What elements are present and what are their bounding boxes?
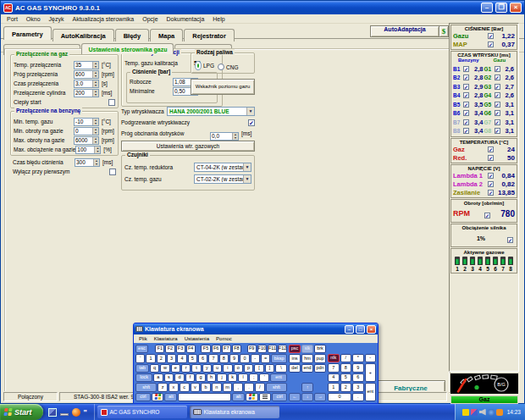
key-7[interactable]: 7: [208, 354, 218, 362]
checkbox[interactable]: ✓: [488, 33, 494, 39]
key-alt[interactable]: alt: [232, 393, 245, 401]
dropdown-arrow-icon[interactable]: ▼: [246, 108, 254, 115]
key-F10[interactable]: F10: [257, 345, 267, 353]
key-x[interactable]: x: [169, 383, 179, 391]
key-1[interactable]: 1: [146, 354, 155, 362]
key-m[interactable]: m: [223, 383, 233, 391]
key-psc[interactable]: psc: [289, 345, 301, 353]
radio-option-cng[interactable]: CNG: [218, 64, 238, 70]
key-i[interactable]: i: [223, 364, 232, 373]
key-nlk[interactable]: nlk: [328, 354, 340, 362]
key--[interactable]: -: [365, 354, 377, 362]
keyboard-minimize-button[interactable]: –: [345, 325, 354, 334]
key-/[interactable]: /: [340, 354, 352, 362]
key-z[interactable]: z: [158, 383, 168, 391]
key-ins[interactable]: ins: [289, 354, 301, 362]
spinner-buttons[interactable]: ▲▼: [93, 159, 99, 166]
tab-3[interactable]: Błędy: [115, 29, 149, 41]
checkbox[interactable]: ✓: [488, 146, 494, 152]
checkbox[interactable]: ✓: [488, 181, 494, 187]
kb-menu-item[interactable]: Pomoc: [213, 336, 235, 341]
spinner-buttons[interactable]: ▲▼: [92, 90, 98, 97]
key-bksp[interactable]: bksp: [271, 354, 287, 362]
checkbox[interactable]: ✓: [488, 41, 494, 47]
key-t[interactable]: t: [191, 364, 201, 373]
spin-down-icon[interactable]: ▼: [93, 93, 98, 97]
quick-launch-display-icon[interactable]: [48, 408, 57, 417]
key-6[interactable]: 6: [198, 354, 207, 362]
key-F6[interactable]: F6: [212, 345, 221, 353]
key-b[interactable]: b: [201, 383, 211, 391]
show-desktop-icon[interactable]: [60, 413, 69, 416]
key-F8[interactable]: F8: [232, 345, 241, 353]
key-ctrl[interactable]: ctrl: [272, 393, 287, 401]
spinner-field[interactable]: 6000▲▼: [74, 136, 99, 145]
sensor-select[interactable]: CT-04-2K (w zestawi▼: [194, 163, 251, 172]
tray-icon-2[interactable]: [471, 409, 478, 416]
checkbox[interactable]: ✓: [488, 155, 494, 161]
tab-2[interactable]: AutoKalibracja: [52, 29, 114, 41]
key-pdn[interactable]: pdn: [314, 364, 326, 373]
spinner-field[interactable]: 600▲▼: [74, 70, 99, 79]
key-win[interactable]: [246, 393, 258, 401]
key-o[interactable]: o: [234, 364, 243, 373]
menu-item[interactable]: Help: [208, 16, 229, 22]
spinner-buttons[interactable]: ▲▼: [92, 137, 98, 144]
radio-option-lpg[interactable]: LPG: [195, 61, 214, 70]
checkbox[interactable]: ✓: [495, 102, 500, 108]
key-j[interactable]: j: [217, 373, 227, 382]
keyboard-maximize-button[interactable]: □: [356, 325, 365, 334]
checkbox[interactable]: ✓: [488, 190, 494, 196]
key-,[interactable]: ,: [233, 383, 243, 391]
checkbox[interactable]: ✓: [248, 119, 255, 126]
key-ent[interactable]: ent: [365, 383, 377, 401]
browser-icon[interactable]: [72, 408, 80, 417]
spin-down-icon[interactable]: ▼: [93, 84, 98, 87]
key-;[interactable]: ;: [249, 373, 259, 382]
key-+[interactable]: +: [365, 363, 377, 382]
key-←[interactable]: ←: [289, 393, 301, 401]
key-slk[interactable]: slk: [301, 345, 313, 353]
spinner-buttons[interactable]: ▲▼: [92, 128, 98, 135]
subtab-2[interactable]: Ustawienia sterownika gazu: [81, 43, 174, 54]
key-r[interactable]: r: [181, 364, 191, 373]
key-][interactable]: ]: [265, 364, 274, 373]
key-↓[interactable]: ↓: [301, 393, 313, 401]
menu-item[interactable]: Opcje: [138, 16, 162, 22]
key-.[interactable]: .: [352, 393, 364, 401]
key-↑[interactable]: ↑: [301, 383, 313, 391]
key-shft[interactable]: shft: [135, 383, 157, 391]
key-q[interactable]: q: [150, 364, 159, 373]
key-0[interactable]: 0: [328, 393, 351, 401]
key-d[interactable]: d: [174, 373, 185, 382]
spinner-buttons[interactable]: ▲▼: [92, 80, 98, 87]
key-7[interactable]: 7: [328, 363, 340, 372]
spinner-field[interactable]: 100▲▼: [75, 146, 101, 154]
checkbox[interactable]: ✓: [463, 102, 469, 108]
key-/[interactable]: /: [255, 383, 265, 391]
key-hm[interactable]: hm: [301, 354, 313, 362]
key-F12[interactable]: F12: [278, 345, 287, 353]
close-button[interactable]: ×: [510, 3, 522, 13]
injector-type-select[interactable]: HANA 2000/2001 BLUE ▼: [167, 107, 255, 116]
menu-item[interactable]: Port: [3, 16, 22, 22]
key-l[interactable]: l: [238, 373, 248, 382]
spinner-field[interactable]: -10▲▼: [74, 118, 99, 126]
spin-down-icon[interactable]: ▼: [93, 122, 98, 125]
menu-item[interactable]: Okno: [22, 16, 45, 22]
checkbox[interactable]: ✓: [495, 75, 500, 80]
key-2[interactable]: 2: [340, 383, 352, 391]
key-3[interactable]: 3: [167, 354, 176, 362]
checkbox[interactable]: ✓: [495, 110, 500, 116]
spinner-field[interactable]: 0▲▼: [74, 127, 99, 135]
taskbar-task[interactable]: Klawiatura ekranowa: [190, 406, 279, 418]
key-2[interactable]: 2: [157, 354, 166, 362]
checkbox[interactable]: ✓: [463, 110, 469, 116]
taskbar-task[interactable]: AC GAS SYNCHRO: [97, 406, 187, 418]
titlebar[interactable]: AC AC GAS SYNCHRO 9.3.0.1 – ❐ ×: [1, 1, 524, 14]
key-del[interactable]: del: [289, 364, 301, 373]
spinner-field[interactable]: 35▲▼: [74, 61, 99, 69]
key-5[interactable]: 5: [340, 373, 352, 382]
checkbox[interactable]: ✓: [495, 66, 500, 72]
key-F11[interactable]: F11: [268, 345, 277, 353]
